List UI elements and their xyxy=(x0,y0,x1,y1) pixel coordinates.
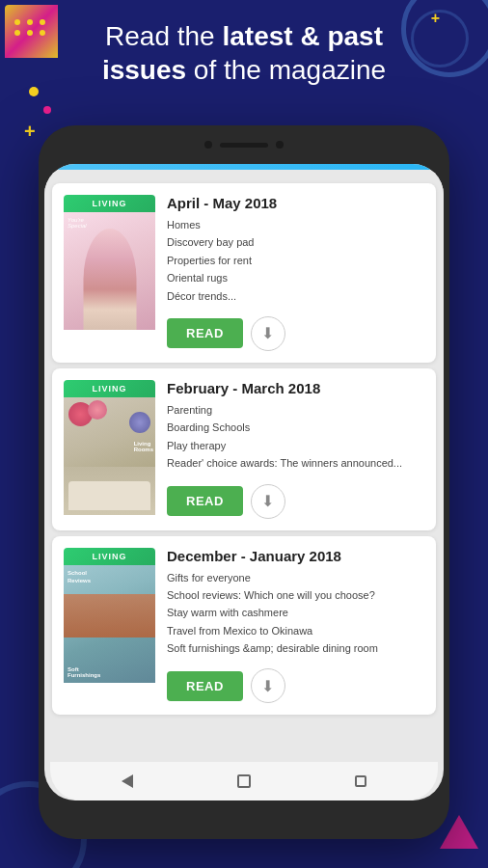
mag-cover-2: LIVING LivingRooms xyxy=(64,380,155,519)
mag-topic-2-3: Reader' choice awards: The winners annou… xyxy=(167,456,424,471)
read-button-2[interactable]: READ xyxy=(167,486,243,516)
read-button-1[interactable]: READ xyxy=(167,318,243,348)
header-text: Read the latest & past issues of the mag… xyxy=(19,19,469,87)
download-icon-2: ⬇ xyxy=(261,492,274,510)
nav-home-button[interactable] xyxy=(234,772,254,791)
header-line2-bold: issues xyxy=(102,55,186,85)
recent-icon xyxy=(355,775,366,787)
phone-frame: LIVING You'reSpecial April - May 2018 Ho… xyxy=(39,125,449,839)
phone-top-bar xyxy=(39,125,449,164)
mag-topic-1-1: Discovery bay pad xyxy=(167,235,424,250)
plus-decoration-1: + xyxy=(24,121,36,143)
magazine-card-3: LIVING SchoolReviews SoftFurnishings Dec… xyxy=(52,536,436,716)
mag-date-1: April - May 2018 xyxy=(167,195,424,211)
cover-brand-2: LIVING xyxy=(92,384,126,393)
read-button-3[interactable]: READ xyxy=(167,671,243,701)
mag-topic-2-1: Boarding Schools xyxy=(167,420,424,435)
mag-topic-3-4: Soft furnishings &amp; desirable dining … xyxy=(167,641,424,656)
back-arrow-icon xyxy=(122,774,133,788)
home-icon xyxy=(237,774,251,788)
mag-info-2: February - March 2018 Parenting Boarding… xyxy=(167,380,424,519)
mag-info-1: April - May 2018 Homes Discovery bay pad… xyxy=(167,195,424,351)
mag-topic-1-4: Décor trends... xyxy=(167,289,424,304)
download-button-1[interactable]: ⬇ xyxy=(251,316,285,351)
phone-screen: LIVING You'reSpecial April - May 2018 Ho… xyxy=(44,164,444,800)
magazine-card-1: LIVING You'reSpecial April - May 2018 Ho… xyxy=(52,183,436,363)
header-line1-bold: latest & past xyxy=(222,21,383,51)
camera-left xyxy=(204,141,212,149)
download-button-3[interactable]: ⬇ xyxy=(251,668,285,703)
mag-topic-2-2: Play therapy xyxy=(167,439,424,453)
mag-cover-1: LIVING You'reSpecial xyxy=(64,195,155,351)
mag-actions-1: READ ⬇ xyxy=(167,316,424,351)
speaker xyxy=(220,143,268,148)
mag-date-3: December - January 2018 xyxy=(167,548,424,564)
mag-topic-3-3: Travel from Mexico to Okinawa xyxy=(167,624,424,638)
screen-content[interactable]: LIVING You'reSpecial April - May 2018 Ho… xyxy=(44,170,444,768)
download-icon-3: ⬇ xyxy=(261,677,274,695)
nav-recent-button[interactable] xyxy=(351,772,370,791)
mag-topic-2-0: Parenting xyxy=(167,403,424,418)
cover-brand-3: LIVING xyxy=(92,552,126,561)
mag-topic-1-0: Homes xyxy=(167,218,424,232)
mag-topic-3-2: Stay warm with cashmere xyxy=(167,606,424,620)
mag-cover-3: LIVING SchoolReviews SoftFurnishings xyxy=(64,548,155,704)
mag-actions-3: READ ⬇ xyxy=(167,668,424,703)
header-line2-normal: of the magazine xyxy=(186,55,386,85)
mag-topic-3-1: School reviews: Which one will you choos… xyxy=(167,588,424,603)
mag-actions-2: READ ⬇ xyxy=(167,484,424,519)
magazine-card-2: LIVING LivingRooms xyxy=(52,368,436,530)
nav-back-button[interactable] xyxy=(118,772,137,791)
phone-bottom-nav xyxy=(50,762,438,800)
download-button-2[interactable]: ⬇ xyxy=(251,484,285,519)
mag-topic-1-2: Properties for rent xyxy=(167,254,424,268)
download-icon-1: ⬇ xyxy=(261,324,274,342)
mag-topic-1-3: Oriental rugs xyxy=(167,271,424,285)
mag-topic-3-0: Gifts for everyone xyxy=(167,571,424,585)
mag-date-2: February - March 2018 xyxy=(167,380,424,396)
cover-brand-1: LIVING xyxy=(92,199,126,208)
header-line1-normal: Read the xyxy=(105,21,222,51)
camera-right xyxy=(276,141,284,149)
mag-info-3: December - January 2018 Gifts for everyo… xyxy=(167,548,424,704)
